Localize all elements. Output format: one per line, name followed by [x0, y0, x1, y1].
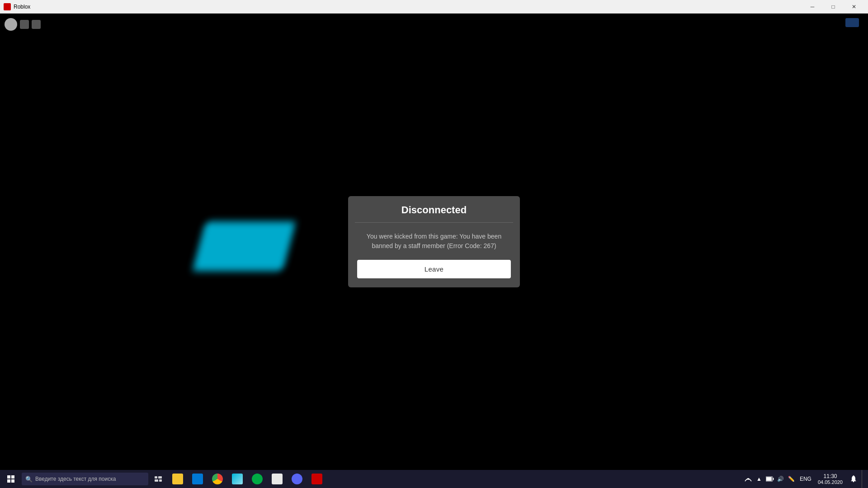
start-button[interactable] — [2, 470, 20, 488]
title-bar-left: Roblox — [4, 3, 30, 10]
dialog-header: Disconnected — [348, 196, 520, 222]
taskbar: 🔍 Введите здесь текст для поиска — [0, 470, 868, 488]
chrome-icon — [212, 474, 223, 484]
game-area: Disconnected You were kicked from this g… — [0, 14, 868, 470]
shield-icon — [252, 474, 263, 484]
taskbar-app-roblox[interactable] — [307, 470, 326, 488]
search-icon: 🔍 — [25, 476, 33, 483]
svg-rect-4 — [155, 476, 157, 479]
dialog-overlay: Disconnected You were kicked from this g… — [0, 14, 868, 470]
svg-rect-10 — [773, 478, 774, 480]
search-bar[interactable]: 🔍 Введите здесь текст для поиска — [22, 473, 148, 485]
clock-time: 11:30 — [823, 473, 837, 479]
taskbar-right: ▲ 🔊 ✏️ ENG 11:30 04.05.2020 — [744, 470, 866, 488]
roblox-icon — [311, 474, 322, 484]
svg-rect-12 — [853, 481, 854, 482]
title-bar-controls: ─ □ ✕ — [802, 0, 864, 14]
dialog-body: You were kicked from this game: You have… — [348, 223, 520, 260]
svg-rect-3 — [11, 479, 14, 483]
taskbar-app-mail[interactable] — [188, 470, 207, 488]
leave-button[interactable]: Leave — [357, 260, 511, 278]
network-icon[interactable] — [744, 474, 753, 483]
minimize-button[interactable]: ─ — [802, 0, 823, 14]
pen-icon[interactable]: ✏️ — [787, 474, 796, 483]
taskbar-app-chrome[interactable] — [208, 470, 227, 488]
close-button[interactable]: ✕ — [844, 0, 864, 14]
disconnected-dialog: Disconnected You were kicked from this g… — [348, 196, 520, 287]
task-view-button[interactable] — [150, 470, 166, 488]
svg-rect-1 — [11, 475, 14, 479]
notification-button[interactable] — [847, 470, 860, 488]
battery-icon[interactable] — [765, 474, 774, 483]
title-bar: Roblox ─ □ ✕ — [0, 0, 868, 14]
svg-rect-2 — [7, 479, 10, 483]
svg-rect-6 — [155, 479, 158, 482]
maximize-button[interactable]: □ — [823, 0, 844, 14]
taskbar-app-clip[interactable] — [268, 470, 287, 488]
taskbar-app-photos[interactable] — [228, 470, 247, 488]
svg-rect-11 — [766, 477, 772, 481]
dialog-title: Disconnected — [401, 204, 467, 216]
mail-icon — [192, 474, 203, 484]
discord-icon — [292, 474, 302, 484]
search-placeholder: Введите здесь текст для поиска — [35, 476, 116, 482]
photos-icon — [232, 474, 243, 484]
taskbar-app-shield[interactable] — [248, 470, 267, 488]
chevron-up-icon[interactable]: ▲ — [755, 474, 764, 483]
clock-date: 04.05.2020 — [818, 479, 843, 485]
app-icon — [4, 3, 11, 10]
svg-rect-5 — [158, 476, 162, 479]
language-indicator[interactable]: ENG — [798, 476, 813, 482]
clock[interactable]: 11:30 04.05.2020 — [815, 473, 845, 485]
window-title: Roblox — [14, 4, 30, 10]
clip-icon — [272, 474, 283, 484]
svg-rect-7 — [159, 479, 162, 482]
volume-icon[interactable]: 🔊 — [776, 474, 785, 483]
explorer-icon — [172, 474, 183, 484]
taskbar-app-discord[interactable] — [288, 470, 307, 488]
show-desktop-button[interactable] — [862, 470, 864, 488]
dialog-footer: Leave — [348, 260, 520, 278]
taskbar-app-explorer[interactable] — [168, 470, 187, 488]
svg-rect-0 — [7, 475, 10, 479]
taskbar-apps — [168, 470, 326, 488]
